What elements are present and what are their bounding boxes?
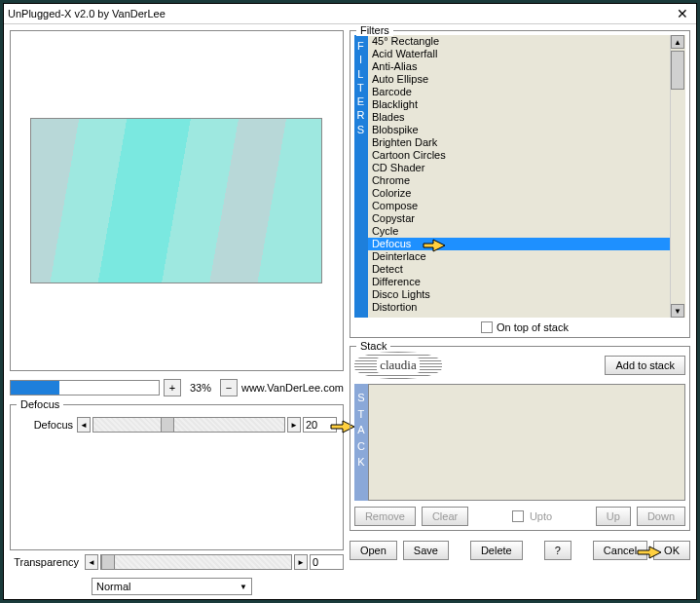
- defocus-slider-thumb[interactable]: [161, 417, 174, 433]
- transparency-row: Transparency ◄ ►: [10, 554, 344, 570]
- scroll-down-button[interactable]: ▼: [671, 304, 684, 318]
- filters-tab: FILTERS: [354, 35, 368, 318]
- filter-item[interactable]: Brighten Dark: [368, 136, 670, 149]
- defocus-value-input[interactable]: [303, 417, 337, 433]
- progress-fill: [11, 381, 59, 395]
- stack-list[interactable]: [368, 384, 685, 501]
- blend-mode-value: Normal: [96, 581, 130, 592]
- content-area: + 33% − www.VanDerLee.com Defocus Defocu…: [4, 24, 696, 601]
- filters-scrollbar[interactable]: ▲ ▼: [670, 35, 685, 318]
- main-window: UnPlugged-X v2.0 by VanDerLee ✕ + 33% − …: [3, 3, 697, 600]
- upto-checkbox[interactable]: [512, 510, 524, 522]
- filter-item[interactable]: Copystar: [368, 212, 670, 225]
- pointer-hand-icon: [422, 237, 447, 252]
- clear-button[interactable]: Clear: [422, 507, 468, 526]
- filter-item[interactable]: 45° Rectangle: [368, 35, 670, 48]
- right-column: Filters FILTERS 45° RectangleAcid Waterf…: [350, 30, 690, 595]
- help-button[interactable]: ?: [544, 541, 571, 560]
- filter-item[interactable]: Deinterlace: [368, 250, 670, 263]
- filter-item[interactable]: Chrome: [368, 174, 670, 187]
- filter-item[interactable]: Detect: [368, 263, 670, 276]
- defocus-param-row: Defocus ◄ ►: [17, 417, 337, 433]
- filter-item[interactable]: Barcode: [368, 86, 670, 98]
- chevron-down-icon: ▼: [239, 583, 247, 591]
- stack-tab: STACK: [354, 384, 368, 501]
- filters-group-label: Filters: [356, 24, 393, 36]
- stack-group: Stack claudia Add to stack STACK Remove …: [350, 346, 690, 531]
- stack-body: STACK: [354, 384, 685, 501]
- filter-item[interactable]: Cartoon Circles: [368, 149, 670, 162]
- down-button[interactable]: Down: [637, 507, 685, 526]
- titlebar: UnPlugged-X v2.0 by VanDerLee ✕: [4, 4, 696, 24]
- filter-item[interactable]: Distortion: [368, 301, 670, 314]
- filters-list-container: FILTERS 45° RectangleAcid WaterfallAnti-…: [354, 35, 685, 318]
- scroll-thumb[interactable]: [671, 51, 684, 90]
- filter-item[interactable]: Compose: [368, 200, 670, 212]
- transparency-increase-button[interactable]: ►: [294, 554, 308, 570]
- remove-button[interactable]: Remove: [354, 507, 416, 526]
- blend-mode-select[interactable]: Normal ▼: [92, 578, 252, 595]
- stack-button-row: Remove Clear Upto Up Down: [354, 507, 685, 526]
- zoom-percent: 33%: [185, 382, 216, 394]
- defocus-slider[interactable]: [92, 417, 285, 433]
- pointer-hand-icon: [636, 541, 663, 562]
- defocus-param-label: Defocus: [17, 419, 75, 431]
- defocus-group: Defocus Defocus ◄ ►: [10, 404, 344, 550]
- save-button[interactable]: Save: [403, 541, 449, 560]
- transparency-slider[interactable]: [100, 554, 292, 570]
- transparency-slider-thumb[interactable]: [101, 554, 115, 570]
- filter-item[interactable]: Cycle: [368, 225, 670, 238]
- add-to-stack-button[interactable]: Add to stack: [605, 356, 685, 375]
- on-top-label: On top of stack: [497, 321, 569, 333]
- filter-item[interactable]: Blobspike: [368, 124, 670, 136]
- logo: claudia: [354, 352, 442, 379]
- preview-frame: [10, 30, 344, 371]
- filter-item[interactable]: Defocus: [368, 238, 670, 250]
- up-button[interactable]: Up: [596, 507, 631, 526]
- filter-item[interactable]: Colorize: [368, 187, 670, 200]
- left-column: + 33% − www.VanDerLee.com Defocus Defocu…: [10, 30, 344, 595]
- blend-mode-row: Normal ▼: [10, 578, 344, 595]
- filter-item[interactable]: Anti-Alias: [368, 60, 670, 73]
- progress-bar: [10, 380, 160, 396]
- window-title: UnPlugged-X v2.0 by VanDerLee: [8, 8, 166, 19]
- vendor-link[interactable]: www.VanDerLee.com: [241, 382, 344, 394]
- stack-header: claudia Add to stack: [354, 351, 685, 380]
- stack-group-label: Stack: [356, 340, 391, 352]
- bottom-button-row: Open Save Delete ? Cancel OK: [350, 541, 690, 560]
- filter-item[interactable]: Blades: [368, 111, 670, 124]
- filter-item[interactable]: Auto Ellipse: [368, 73, 670, 86]
- close-button[interactable]: ✕: [673, 6, 692, 21]
- upto-label: Upto: [530, 510, 552, 522]
- filter-item[interactable]: Disco Lights: [368, 288, 670, 301]
- filter-item[interactable]: CD Shader: [368, 162, 670, 174]
- defocus-group-label: Defocus: [17, 398, 63, 410]
- preview-image: [30, 118, 322, 283]
- logo-text: claudia: [377, 358, 420, 373]
- filter-item[interactable]: Acid Waterfall: [368, 48, 670, 60]
- zoom-row: + 33% − www.VanDerLee.com: [10, 379, 344, 396]
- transparency-label: Transparency: [10, 556, 83, 568]
- filter-item[interactable]: Blacklight: [368, 98, 670, 111]
- filter-item[interactable]: Difference: [368, 276, 670, 288]
- filters-list[interactable]: 45° RectangleAcid WaterfallAnti-AliasAut…: [368, 35, 670, 318]
- scroll-up-button[interactable]: ▲: [671, 35, 684, 49]
- transparency-value-input[interactable]: [310, 554, 344, 570]
- transparency-decrease-button[interactable]: ◄: [85, 554, 98, 570]
- open-button[interactable]: Open: [350, 541, 397, 560]
- defocus-increase-button[interactable]: ►: [287, 417, 301, 433]
- zoom-out-button[interactable]: −: [220, 379, 238, 396]
- on-top-row: On top of stack: [354, 318, 685, 333]
- on-top-checkbox[interactable]: [481, 321, 493, 333]
- defocus-decrease-button[interactable]: ◄: [77, 417, 91, 433]
- zoom-in-button[interactable]: +: [164, 379, 181, 396]
- delete-button[interactable]: Delete: [470, 541, 523, 560]
- filters-group: Filters FILTERS 45° RectangleAcid Waterf…: [350, 30, 690, 338]
